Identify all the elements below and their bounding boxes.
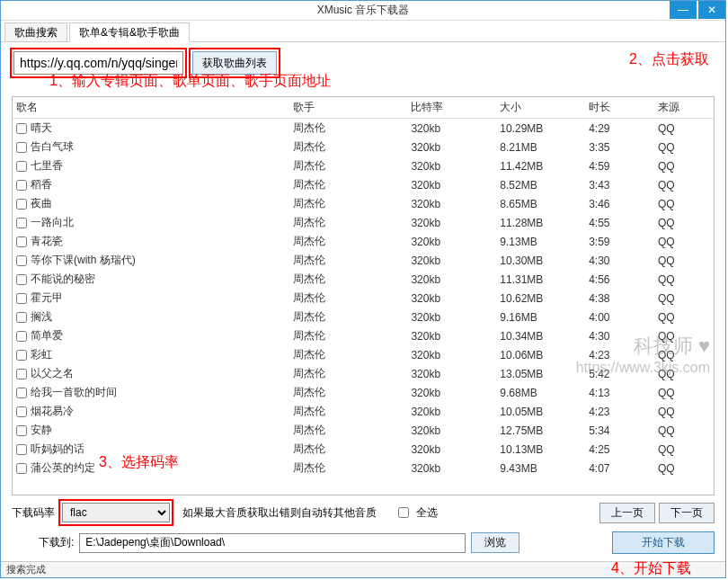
song-name: 青花瓷 xyxy=(31,235,63,247)
col-bitrate[interactable]: 比特率 xyxy=(407,97,496,119)
song-source: QQ xyxy=(654,232,714,251)
bitrate-select[interactable]: flac xyxy=(62,503,170,522)
row-checkbox[interactable] xyxy=(16,180,27,191)
table-row[interactable]: 搁浅周杰伦320kb9.16MB4:00QQ xyxy=(13,308,714,326)
song-artist: 周杰伦 xyxy=(289,308,408,326)
row-checkbox[interactable] xyxy=(16,142,27,153)
song-duration: 5:34 xyxy=(585,421,654,440)
song-artist: 周杰伦 xyxy=(289,232,408,251)
row-checkbox[interactable] xyxy=(16,293,27,304)
song-artist: 周杰伦 xyxy=(289,383,408,402)
table-row[interactable]: 晴天周杰伦320kb10.29MB4:29QQ xyxy=(13,119,714,138)
row-checkbox[interactable] xyxy=(16,274,27,285)
bitrate-label: 下载码率 xyxy=(12,505,55,521)
table-row[interactable]: 简单爱周杰伦320kb10.34MB4:30QQ xyxy=(13,326,714,345)
song-size: 9.16MB xyxy=(496,308,585,326)
table-row[interactable]: 稻香周杰伦320kb8.52MB3:43QQ xyxy=(13,175,714,194)
row-checkbox[interactable] xyxy=(16,123,27,134)
row-checkbox[interactable] xyxy=(16,444,27,455)
row-checkbox[interactable] xyxy=(16,161,27,172)
annotation-4: 4、开始下载 xyxy=(611,559,691,578)
col-duration[interactable]: 时长 xyxy=(585,97,654,119)
row-checkbox[interactable] xyxy=(16,350,27,361)
song-bitrate: 320kb xyxy=(407,326,496,345)
song-duration: 5:42 xyxy=(585,364,654,383)
song-name: 彩虹 xyxy=(31,348,52,361)
song-size: 13.05MB xyxy=(496,364,585,383)
song-table-wrap[interactable]: 歌名 歌手 比特率 大小 时长 来源 晴天周杰伦320kb10.29MB4:29… xyxy=(12,96,715,495)
content: 获取歌曲列表 歌名 歌手 比特率 大小 时长 来源 晴天周杰伦320kb10.2… xyxy=(1,42,725,561)
table-row[interactable]: 七里香周杰伦320kb11.42MB4:59QQ xyxy=(13,156,714,175)
row-checkbox[interactable] xyxy=(16,312,27,323)
song-bitrate: 320kb xyxy=(407,364,496,383)
row-checkbox[interactable] xyxy=(16,425,27,436)
song-bitrate: 320kb xyxy=(407,213,496,232)
next-page-button[interactable]: 下一页 xyxy=(659,503,715,523)
song-source: QQ xyxy=(654,270,714,289)
select-all-checkbox[interactable] xyxy=(398,507,409,518)
song-name: 告白气球 xyxy=(31,140,74,153)
song-size: 8.65MB xyxy=(496,194,585,213)
close-button[interactable]: ✕ xyxy=(698,1,725,19)
row-checkbox[interactable] xyxy=(16,388,27,398)
song-artist: 周杰伦 xyxy=(289,345,408,364)
prev-page-button[interactable]: 上一页 xyxy=(599,503,655,523)
bitrate-select-highlight: flac xyxy=(60,501,172,524)
row-checkbox[interactable] xyxy=(16,406,27,417)
song-duration: 3:46 xyxy=(585,194,654,213)
song-bitrate: 320kb xyxy=(407,156,496,175)
col-name[interactable]: 歌名 xyxy=(13,97,289,119)
song-duration: 4:30 xyxy=(585,251,654,270)
row-checkbox[interactable] xyxy=(16,218,27,228)
tab-playlist-album-singer[interactable]: 歌单&专辑&歌手歌曲 xyxy=(69,22,190,42)
page-buttons: 上一页 下一页 xyxy=(599,503,715,523)
table-row[interactable]: 以父之名周杰伦320kb13.05MB5:42QQ xyxy=(13,364,714,383)
song-duration: 4:23 xyxy=(585,402,654,421)
song-artist: 周杰伦 xyxy=(289,459,408,477)
start-download-button[interactable]: 开始下载 xyxy=(612,531,715,554)
table-row[interactable]: 霍元甲周杰伦320kb10.62MB4:38QQ xyxy=(13,289,714,308)
song-artist: 周杰伦 xyxy=(289,270,408,289)
row-checkbox[interactable] xyxy=(16,255,27,266)
song-artist: 周杰伦 xyxy=(289,326,408,345)
table-row[interactable]: 告白气球周杰伦320kb8.21MB3:35QQ xyxy=(13,138,714,156)
download-path-input[interactable] xyxy=(79,533,466,553)
row-checkbox[interactable] xyxy=(16,463,27,474)
song-name: 霍元甲 xyxy=(31,291,63,304)
tab-song-search[interactable]: 歌曲搜索 xyxy=(4,22,67,41)
table-row[interactable]: 安静周杰伦320kb12.75MB5:34QQ xyxy=(13,421,714,440)
table-row[interactable]: 烟花易冷周杰伦320kb10.05MB4:23QQ xyxy=(13,402,714,421)
table-row[interactable]: 青花瓷周杰伦320kb9.13MB3:59QQ xyxy=(13,232,714,251)
table-row[interactable]: 给我一首歌的时间周杰伦320kb9.68MB4:13QQ xyxy=(13,383,714,402)
annotation-2: 2、点击获取 xyxy=(629,50,709,69)
col-source[interactable]: 来源 xyxy=(654,97,714,119)
song-duration: 3:43 xyxy=(585,175,654,194)
col-artist[interactable]: 歌手 xyxy=(289,97,408,119)
song-size: 10.34MB xyxy=(496,326,585,345)
row-checkbox[interactable] xyxy=(16,369,27,379)
row-checkbox[interactable] xyxy=(16,236,27,247)
song-name: 等你下课(with 杨瑞代) xyxy=(31,254,136,266)
table-row[interactable]: 彩虹周杰伦320kb10.06MB4:23QQ xyxy=(13,345,714,364)
row-checkbox[interactable] xyxy=(16,331,27,342)
song-name: 一路向北 xyxy=(31,216,74,228)
minimize-button[interactable]: — xyxy=(670,1,697,19)
table-row[interactable]: 一路向北周杰伦320kb11.28MB4:55QQ xyxy=(13,213,714,232)
row-checkbox[interactable] xyxy=(16,199,27,210)
song-artist: 周杰伦 xyxy=(289,289,408,308)
song-size: 10.13MB xyxy=(496,440,585,459)
song-bitrate: 320kb xyxy=(407,308,496,326)
song-artist: 周杰伦 xyxy=(289,138,408,156)
col-size[interactable]: 大小 xyxy=(496,97,585,119)
song-name: 简单爱 xyxy=(31,329,63,342)
table-row[interactable]: 等你下课(with 杨瑞代)周杰伦320kb10.30MB4:30QQ xyxy=(13,251,714,270)
browse-button[interactable]: 浏览 xyxy=(471,532,519,553)
song-bitrate: 320kb xyxy=(407,289,496,308)
song-duration: 4:30 xyxy=(585,326,654,345)
annotation-3: 3、选择码率 xyxy=(99,453,179,472)
song-duration: 4:56 xyxy=(585,270,654,289)
song-source: QQ xyxy=(654,156,714,175)
table-row[interactable]: 不能说的秘密周杰伦320kb11.31MB4:56QQ xyxy=(13,270,714,289)
table-row[interactable]: 夜曲周杰伦320kb8.65MB3:46QQ xyxy=(13,194,714,213)
bitrate-hint: 如果最大音质获取出错则自动转其他音质 xyxy=(182,505,377,521)
